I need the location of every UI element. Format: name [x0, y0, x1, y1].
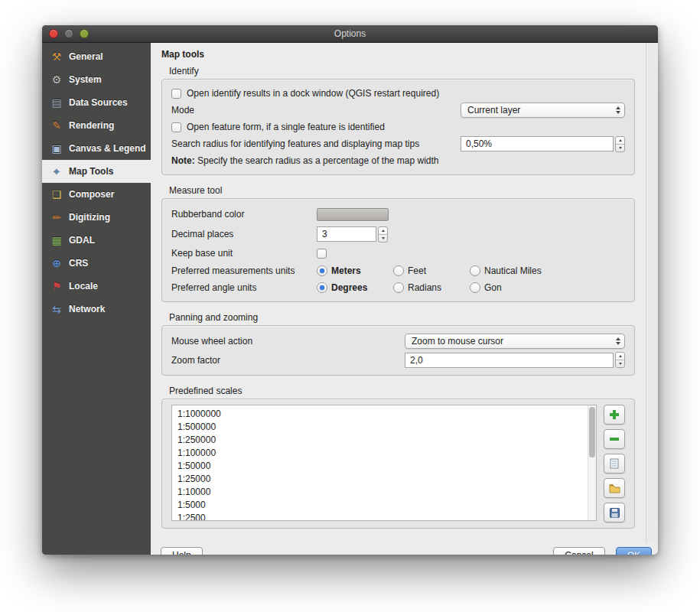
feature-form-checkbox[interactable]	[171, 122, 181, 132]
default-scales-button[interactable]	[604, 454, 625, 474]
zoom-factor-stepper[interactable]	[615, 352, 625, 368]
close-button[interactable]	[49, 29, 58, 38]
sidebar-item-general[interactable]: ⚒ General	[42, 45, 151, 68]
scale-list-item[interactable]: 1:1000000	[177, 408, 596, 421]
radio-icon[interactable]	[393, 282, 404, 293]
panning-group: Panning and zooming Mouse wheel action Z…	[161, 312, 635, 376]
units-radio-nautical-miles[interactable]: Nautical Miles	[470, 265, 569, 276]
units-radio-meters[interactable]: Meters	[317, 265, 393, 276]
scales-group-label: Predefined scales	[169, 386, 635, 396]
search-radius-value: 0,50%	[466, 138, 492, 149]
predefined-scales-list[interactable]: 1:1000000 1:500000 1:250000 1:100000 1:5…	[171, 405, 597, 521]
mouse-wheel-action-value: Zoom to mouse cursor	[412, 336, 503, 347]
sidebar-item-composer[interactable]: ❏ Composer	[42, 183, 151, 206]
scales-list-scrollbar[interactable]	[588, 405, 596, 520]
stepper-up-icon[interactable]	[379, 227, 387, 234]
mouse-wheel-action-dropdown[interactable]: Zoom to mouse cursor	[405, 334, 625, 349]
content-pane: Map tools Identify Open identify results…	[151, 43, 658, 555]
zoom-button[interactable]	[80, 29, 89, 38]
angle-radio-degrees[interactable]: Degrees	[317, 282, 393, 293]
radio-icon[interactable]	[470, 282, 480, 293]
sidebar-item-network[interactable]: ⇆ Network	[42, 298, 151, 321]
radio-icon[interactable]	[317, 282, 327, 293]
rubberband-color-button[interactable]	[317, 208, 389, 221]
rubberband-color-label: Rubberband color	[171, 209, 317, 220]
sidebar-item-crs[interactable]: ⊕ CRS	[42, 252, 151, 275]
sidebar-item-digitizing[interactable]: ✏ Digitizing	[42, 206, 151, 229]
sidebar-item-locale[interactable]: ⚑ Locale	[42, 275, 151, 298]
radio-icon[interactable]	[317, 265, 327, 276]
mode-dropdown[interactable]: Current layer	[461, 103, 625, 118]
scale-list-item[interactable]: 1:250000	[177, 434, 596, 447]
zoom-factor-input[interactable]: 2,0	[405, 353, 614, 368]
gdal-icon: ▦	[50, 233, 63, 247]
sidebar-item-label: Data Sources	[69, 97, 128, 108]
stepper-up-icon[interactable]	[616, 137, 624, 144]
identify-group: Identify Open identify results in a dock…	[161, 66, 635, 175]
sidebar-item-label: General	[69, 51, 103, 62]
add-scale-button[interactable]	[604, 405, 625, 425]
popup-arrows-icon	[610, 337, 620, 345]
sidebar-item-map-tools[interactable]: ⌖ Map Tools	[42, 160, 151, 183]
help-button-label: Help	[172, 550, 191, 555]
sidebar-item-label: Canvas & Legend	[69, 143, 146, 154]
rendering-icon: ✎	[50, 119, 63, 132]
dock-window-checkbox[interactable]	[171, 89, 181, 99]
mode-dropdown-value: Current layer	[467, 105, 520, 116]
radio-icon[interactable]	[393, 265, 404, 276]
mouse-wheel-action-label: Mouse wheel action	[171, 336, 405, 347]
scale-list-item[interactable]: 1:100000	[177, 447, 596, 460]
scale-list-item[interactable]: 1:5000	[177, 499, 596, 512]
content-scrollbar-track[interactable]	[646, 43, 658, 543]
sidebar-item-canvas-legend[interactable]: ▣ Canvas & Legend	[42, 137, 151, 160]
keep-base-unit-checkbox[interactable]	[317, 249, 327, 259]
zoom-factor-label: Zoom factor	[171, 355, 405, 366]
decimal-places-input[interactable]: 3	[317, 226, 376, 242]
general-icon: ⚒	[50, 50, 63, 63]
plus-icon	[609, 409, 620, 420]
sidebar-item-data-sources[interactable]: ▤ Data Sources	[42, 91, 151, 114]
feature-form-checkbox-label: Open feature form, if a single feature i…	[187, 122, 385, 132]
minimize-button[interactable]	[64, 29, 73, 38]
sidebar-item-system[interactable]: ⚙ System	[42, 68, 151, 91]
note-text: Specify the search radius as a percentag…	[195, 155, 439, 166]
units-radio-feet[interactable]: Feet	[393, 265, 470, 276]
remove-scale-button[interactable]	[604, 429, 625, 449]
radio-icon[interactable]	[470, 265, 480, 276]
digitizing-icon: ✏	[50, 210, 63, 224]
import-scales-button[interactable]	[604, 478, 625, 498]
scale-list-item[interactable]: 1:10000	[177, 486, 596, 499]
angle-radio-radians[interactable]: Radians	[393, 282, 470, 293]
search-radius-note: Note: Specify the search radius as a per…	[171, 152, 625, 169]
angle-radio-gon[interactable]: Gon	[470, 282, 569, 293]
measure-group-label: Measure tool	[169, 185, 635, 196]
measure-group: Measure tool Rubberband color Decimal pl…	[161, 185, 635, 302]
export-scales-button[interactable]	[604, 503, 625, 522]
scales-group: Predefined scales 1:1000000 1:500000 1:2…	[161, 386, 635, 529]
stepper-down-icon[interactable]	[616, 144, 624, 151]
minus-icon	[609, 434, 620, 444]
scale-list-item[interactable]: 1:25000	[177, 473, 596, 486]
decimal-places-stepper[interactable]	[378, 226, 388, 243]
sidebar-item-gdal[interactable]: ▦ GDAL	[42, 229, 151, 252]
scale-list-item[interactable]: 1:2500	[177, 512, 596, 521]
stepper-down-icon[interactable]	[379, 234, 387, 242]
search-radius-input[interactable]: 0,50%	[461, 136, 614, 151]
titlebar[interactable]: Options	[42, 25, 658, 43]
stepper-down-icon[interactable]	[616, 360, 624, 367]
search-radius-stepper[interactable]	[615, 136, 625, 152]
angle-radio-radians-label: Radians	[408, 282, 441, 293]
cancel-button[interactable]: Cancel	[553, 547, 604, 555]
ok-button[interactable]: OK	[616, 547, 652, 555]
save-icon	[610, 508, 620, 518]
traffic-lights	[49, 29, 89, 38]
help-button[interactable]: Help	[161, 547, 203, 555]
scale-list-item[interactable]: 1:500000	[177, 421, 596, 434]
sidebar-item-rendering[interactable]: ✎ Rendering	[42, 114, 151, 137]
stepper-up-icon[interactable]	[616, 353, 624, 360]
sidebar-item-label: Map Tools	[69, 166, 113, 177]
scale-list-item[interactable]: 1:50000	[177, 460, 596, 473]
sidebar-item-label: Rendering	[69, 120, 114, 131]
scrollbar-thumb[interactable]	[589, 407, 595, 457]
decimal-places-label: Decimal places	[171, 229, 317, 239]
